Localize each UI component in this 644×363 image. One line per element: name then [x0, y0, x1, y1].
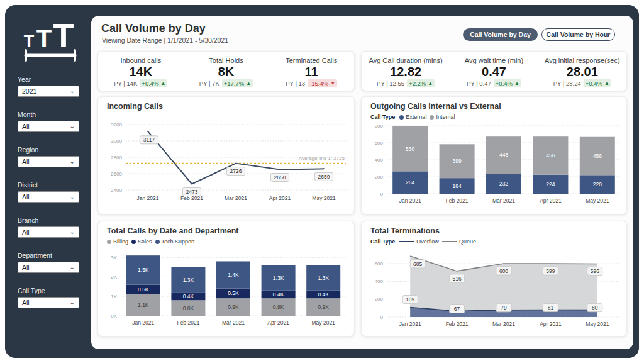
svg-text:Jan 2021: Jan 2021 [399, 321, 421, 327]
call-type-dropdown[interactable]: All ⌄ [18, 297, 79, 308]
legend-item-queue[interactable]: Queue [442, 238, 476, 245]
svg-text:T: T [36, 25, 52, 52]
kpi-delta-badge: +0.4%▲ [584, 79, 611, 87]
company-logo-icon: T T T [18, 11, 83, 64]
incoming-calls-chart-card: Incoming Calls 24002600280030003200Jan 2… [97, 96, 355, 215]
main-panel: Call Volume by Day Viewing Date Range | … [91, 16, 633, 349]
svg-text:109: 109 [406, 296, 414, 303]
svg-text:Feb 2021: Feb 2021 [446, 198, 469, 204]
svg-text:Mar 2021: Mar 2021 [222, 320, 245, 326]
legend-item-internal[interactable]: Internal [430, 114, 455, 120]
page-title: Call Volume by Day [101, 22, 206, 35]
call-volume-by-hour-button[interactable]: Call Volume by Hour [541, 28, 615, 41]
dashboard: T T T Year 2021 ⌄ Month All ⌄ [0, 0, 644, 363]
chevron-down-icon: ⌄ [70, 89, 75, 94]
kpi-prior-year: PY | 12.55 +2.2%▲ [377, 79, 435, 87]
svg-text:200: 200 [375, 174, 384, 180]
chevron-down-icon: ⌄ [70, 124, 75, 129]
outgoing-calls-stacked-bar-chart[interactable]: 0200400600800Jan 2021Feb 2021Mar 2021Apr… [362, 122, 628, 214]
legend-title: Call Type [370, 238, 395, 245]
svg-text:2K: 2K [111, 274, 117, 280]
call-volume-by-day-button[interactable]: Call Volume by Day [463, 28, 538, 41]
filter-district: District All ⌄ [18, 181, 79, 203]
chart-title: Total Calls by Date and Department [107, 226, 239, 235]
svg-text:2473: 2473 [186, 189, 198, 195]
branch-dropdown[interactable]: All ⌄ [18, 226, 79, 238]
legend: Billing Sales Tech Support [107, 238, 195, 245]
kpi-value: 28.01 [567, 65, 598, 79]
kpi-delta-badge: +17.7%▲ [222, 79, 253, 87]
kpi-value: 12.82 [390, 65, 421, 79]
kpi-terminated-calls: Terminated Calls 11 PY | 13 -15.4%▼ [269, 52, 354, 91]
svg-text:80: 80 [592, 304, 598, 311]
kpi-label: Avg wait time (min) [465, 57, 523, 64]
legend-item-billing[interactable]: Billing [107, 238, 128, 245]
svg-text:0.9K: 0.9K [318, 304, 329, 310]
svg-text:0.9K: 0.9K [228, 304, 239, 310]
legend-item-external[interactable]: External [399, 114, 426, 120]
svg-text:May 2021: May 2021 [586, 198, 609, 204]
trend-arrow-icon: ▲ [246, 81, 251, 86]
kpi-avg-initial-response: Avg initial response(sec) 28.01 PY | 28.… [538, 52, 626, 91]
svg-text:0K: 0K [111, 313, 117, 319]
department-dropdown-value: All [22, 264, 30, 271]
svg-text:516: 516 [453, 276, 462, 282]
chevron-down-icon: ⌄ [70, 230, 75, 235]
kpi-value: 14K [129, 65, 152, 79]
svg-text:1.3K: 1.3K [273, 275, 284, 281]
region-dropdown[interactable]: All ⌄ [18, 156, 79, 167]
trend-arrow-icon: ▲ [514, 81, 519, 86]
trend-arrow-icon: ▲ [161, 81, 166, 86]
kpi-prior-year: PY | 14K +0.4%▲ [114, 79, 167, 87]
svg-text:1.3K: 1.3K [318, 275, 329, 281]
filter-branch: Branch All ⌄ [18, 216, 79, 238]
svg-text:264: 264 [406, 179, 414, 186]
svg-text:79: 79 [501, 304, 507, 311]
legend-item-tech-support[interactable]: Tech Support [155, 238, 195, 245]
svg-text:600: 600 [375, 140, 384, 146]
kpi-label: Avg Call duration (mins) [369, 57, 443, 64]
kpi-label: Avg initial response(sec) [545, 57, 620, 64]
filter-region: Region All ⌄ [18, 146, 79, 167]
department-dropdown[interactable]: All ⌄ [18, 262, 79, 273]
department-stacked-bar-chart[interactable]: 0K1K2K3KJan 2021Feb 2021Mar 2021Apr 2021… [98, 248, 355, 336]
district-dropdown[interactable]: All ⌄ [18, 191, 79, 203]
filter-month-label: Month [18, 111, 79, 118]
incoming-calls-line-chart[interactable]: 24002600280030003200Jan 2021Feb 2021Mar … [98, 116, 355, 211]
region-dropdown-value: All [22, 158, 30, 165]
svg-text:0.9K: 0.9K [273, 304, 284, 310]
svg-text:3000: 3000 [111, 138, 122, 144]
svg-text:67: 67 [454, 306, 460, 312]
svg-text:Average line 1: 2725: Average line 1: 2725 [299, 155, 345, 161]
svg-text:T: T [53, 16, 74, 54]
kpi-inbound-calls: Inbound calls 14K PY | 14K +0.4%▲ [98, 52, 184, 91]
legend-item-overflow[interactable]: Overflow [399, 238, 439, 245]
filter-district-label: District [18, 181, 79, 189]
svg-text:May 2021: May 2021 [312, 195, 336, 201]
kpi-card-averages: Avg Call duration (mins) 12.82 PY | 12.5… [361, 51, 627, 91]
svg-text:0.5K: 0.5K [228, 290, 239, 296]
svg-text:0.4K: 0.4K [273, 291, 284, 298]
series-line-icon [399, 241, 414, 242]
svg-text:1.5K: 1.5K [138, 267, 149, 273]
kpi-total-holds: Total Holds 8K PY | 7K +17.7%▲ [184, 52, 269, 91]
svg-text:2650: 2650 [274, 174, 286, 181]
series-dot-icon [399, 115, 404, 120]
series-dot-icon [107, 240, 111, 244]
svg-text:400: 400 [375, 157, 384, 163]
svg-text:Feb 2021: Feb 2021 [446, 321, 469, 327]
svg-text:Jan 2021: Jan 2021 [399, 198, 421, 204]
kpi-delta-badge: +2.2%▲ [407, 79, 435, 87]
svg-text:0: 0 [380, 315, 384, 320]
year-dropdown[interactable]: 2021 ⌄ [18, 86, 79, 97]
svg-text:81: 81 [548, 304, 554, 311]
legend-title: Call Type [370, 114, 395, 120]
svg-text:Apr 2021: Apr 2021 [540, 198, 562, 204]
kpi-prior-year: PY | 0.47 +0.4%▲ [467, 79, 521, 87]
terminations-area-chart[interactable]: 0200400600Jan 2021Feb 2021Mar 2021Apr 20… [362, 248, 628, 336]
svg-text:400: 400 [375, 279, 384, 284]
legend-item-sales[interactable]: Sales [131, 238, 152, 245]
chevron-down-icon: ⌄ [70, 300, 75, 305]
month-dropdown[interactable]: All ⌄ [18, 121, 79, 132]
month-dropdown-value: All [22, 123, 30, 130]
